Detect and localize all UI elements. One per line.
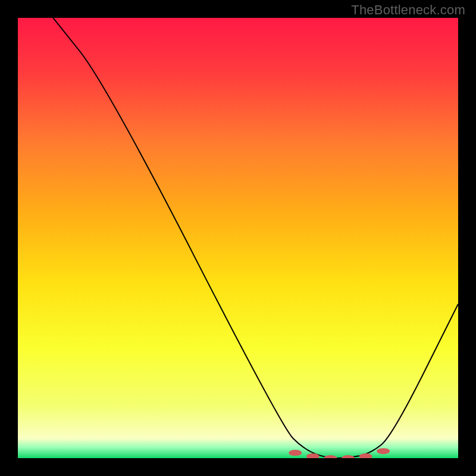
- watermark-text: TheBottleneck.com: [351, 2, 465, 18]
- chart-svg: [18, 18, 458, 458]
- sweet-spot-marker: [289, 450, 302, 456]
- sweet-spot-marker: [377, 448, 390, 454]
- plot-area: [18, 18, 458, 458]
- chart-background: [18, 18, 458, 458]
- chart-frame: TheBottleneck.com: [0, 0, 476, 476]
